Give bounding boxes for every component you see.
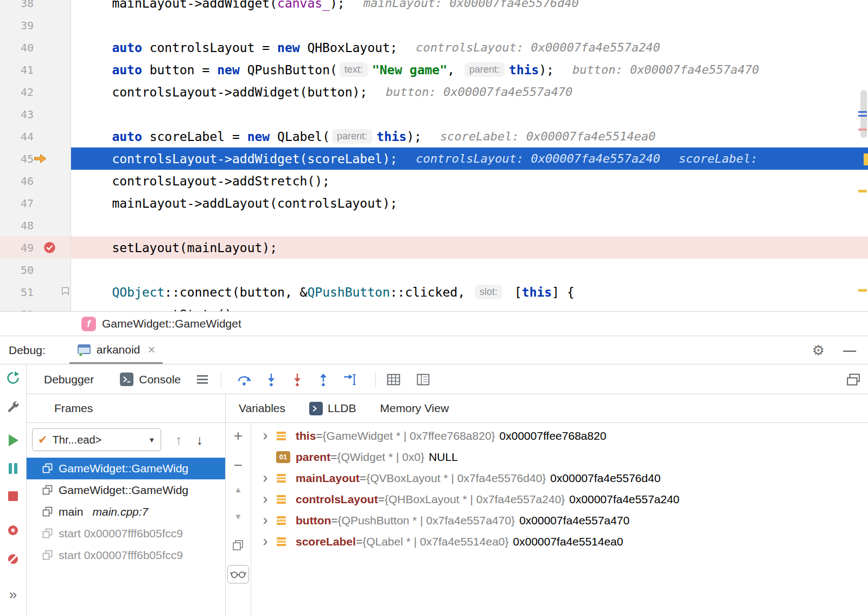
view-options-icon[interactable]: [197, 375, 209, 384]
code-token: );: [406, 130, 422, 144]
line-number: 46: [0, 175, 34, 188]
variable-row[interactable]: ›button = {QPushButton * | 0x7fa4e557a47…: [251, 510, 868, 531]
editor-gutter[interactable]: 38: [0, 0, 71, 14]
previous-frame-button[interactable]: ↑: [175, 432, 182, 448]
close-icon[interactable]: ×: [148, 342, 155, 357]
pause-icon[interactable]: [7, 461, 20, 476]
move-up-button[interactable]: ▲: [234, 485, 242, 494]
expand-chevron-icon[interactable]: ›: [259, 513, 272, 528]
editor-gutter[interactable]: 51: [0, 281, 71, 303]
code-token: controlsLayout =: [142, 41, 277, 55]
run-to-cursor-icon[interactable]: [343, 373, 357, 387]
code-token: auto: [112, 63, 142, 77]
editor-gutter[interactable]: 46: [0, 170, 71, 192]
tab-debugger[interactable]: Debugger: [44, 373, 94, 386]
show-watches-button[interactable]: [227, 565, 249, 583]
next-frame-button[interactable]: ↓: [196, 432, 203, 448]
code-token: controlsLayout->addStretch();: [82, 174, 330, 188]
rerun-debug-icon[interactable]: [5, 370, 21, 386]
variable-type-meta: {QHBoxLayout * | 0x7fa4e557a240}: [385, 493, 565, 506]
frame-item[interactable]: mainmain.cpp:7: [27, 501, 225, 523]
code-token: setLayout(mainLayout);: [82, 241, 277, 255]
panel-layout-icon[interactable]: [417, 374, 430, 386]
breadcrumb-bar: f GameWidget::GameWidget: [0, 311, 868, 336]
variable-row[interactable]: ›scoreLabel = {QLabel * | 0x7fa4e5514ea0…: [251, 531, 868, 552]
expand-chevron-icon[interactable]: ›: [259, 428, 272, 443]
variable-value: NULL: [429, 451, 458, 464]
step-into-icon[interactable]: [265, 373, 278, 387]
variable-row[interactable]: 01parent = {QWidget * | 0x0}NULL: [251, 446, 868, 467]
force-step-into-icon[interactable]: [291, 373, 304, 387]
editor-gutter[interactable]: 42: [0, 81, 71, 103]
editor-gutter[interactable]: 49: [0, 236, 71, 259]
scrollbar-mark-yellow: [858, 190, 867, 193]
minimize-icon[interactable]: —: [843, 343, 856, 358]
editor-gutter[interactable]: 52: [0, 303, 71, 311]
editor-gutter[interactable]: 47: [0, 192, 71, 214]
code-line: 52 resetState();: [0, 303, 868, 311]
line-number: 45: [0, 152, 34, 165]
equals-sign: =: [378, 493, 385, 506]
code-line: 50: [0, 259, 868, 281]
editor-gutter[interactable]: 43: [0, 103, 71, 125]
add-watch-button[interactable]: +: [234, 427, 242, 445]
move-down-button[interactable]: ▼: [234, 512, 242, 521]
editor-gutter[interactable]: 50: [0, 259, 71, 281]
remove-watch-button[interactable]: −: [234, 457, 242, 474]
stop-icon[interactable]: [7, 490, 19, 502]
variable-type-meta: {QLabel * | 0x7fa4e5514ea0}: [362, 535, 508, 548]
frame-item[interactable]: start 0x00007fff6b05fcc9: [27, 544, 225, 566]
code-token: this: [376, 130, 406, 144]
variable-type-meta: {QWidget * | 0x0}: [337, 451, 424, 464]
mute-breakpoints-icon[interactable]: [7, 553, 20, 566]
resume-icon[interactable]: [7, 433, 20, 447]
line-number: 47: [0, 197, 34, 210]
expand-chevron-icon[interactable]: ›: [259, 492, 272, 506]
tab-console[interactable]: Console: [120, 373, 181, 386]
line-number: 49: [0, 241, 34, 254]
thread-selector[interactable]: ✔ Thr...ead> ▼: [32, 428, 161, 451]
tab-lldb[interactable]: LLDB: [309, 402, 356, 415]
expand-chevron-icon[interactable]: ›: [259, 471, 272, 485]
step-out-icon[interactable]: [317, 373, 330, 387]
gutter-space: [34, 59, 71, 81]
view-breakpoints-icon[interactable]: [7, 524, 20, 537]
gutter-space: [34, 303, 71, 311]
code-text: mainLayout->addLayout(controlsLayout);: [71, 192, 868, 214]
settings-gear-icon[interactable]: ⚙: [812, 342, 825, 359]
duplicate-icon[interactable]: [232, 538, 244, 555]
editor-gutter[interactable]: 40: [0, 36, 71, 59]
tab-memory-view[interactable]: Memory View: [380, 402, 449, 415]
editor-gutter[interactable]: 44: [0, 125, 71, 147]
editor-gutter[interactable]: 39: [0, 14, 71, 36]
variable-row[interactable]: ›mainLayout = {QVBoxLayout * | 0x7fa4e55…: [251, 467, 868, 489]
editor-gutter[interactable]: 41: [0, 59, 71, 81]
breakpoint-icon[interactable]: [34, 236, 71, 259]
breadcrumb[interactable]: GameWidget::GameWidget: [102, 317, 241, 330]
gutter-space: [34, 81, 71, 103]
restore-layout-icon[interactable]: [846, 373, 860, 386]
editor-gutter[interactable]: 45: [0, 147, 71, 170]
equals-sign: =: [331, 514, 337, 527]
frame-item[interactable]: GameWidget::GameWidg: [27, 479, 225, 501]
variable-value: 0x00007fa4e557a470: [519, 514, 629, 527]
variable-row[interactable]: ›controlsLayout = {QHBoxLayout * | 0x7fa…: [251, 489, 868, 510]
line-number: 50: [0, 264, 34, 277]
frame-item[interactable]: start 0x00007fff6b05fcc9: [27, 523, 225, 544]
step-over-icon[interactable]: [237, 373, 252, 387]
stack-frame-icon: [42, 463, 54, 474]
frame-item[interactable]: GameWidget::GameWidg: [27, 458, 225, 479]
table-view-icon[interactable]: [387, 374, 400, 386]
session-tab-arkanoid[interactable]: arkanoid ×: [69, 337, 163, 364]
more-icon[interactable]: »: [9, 586, 17, 603]
frame-label: main: [59, 505, 84, 518]
editor-gutter[interactable]: 48: [0, 214, 71, 236]
line-number: 48: [0, 219, 34, 232]
code-token: resetState();: [82, 307, 240, 312]
wrench-icon[interactable]: [6, 401, 20, 415]
code-editor[interactable]: 38 mainLayout->addWidget(canvas_);mainLa…: [0, 0, 868, 311]
variable-row[interactable]: ›this = {GameWidget * | 0x7ffee768a820}0…: [251, 425, 868, 446]
expand-chevron-icon[interactable]: ›: [259, 534, 272, 549]
tab-variables[interactable]: Variables: [239, 402, 285, 415]
line-number: 38: [0, 0, 34, 10]
